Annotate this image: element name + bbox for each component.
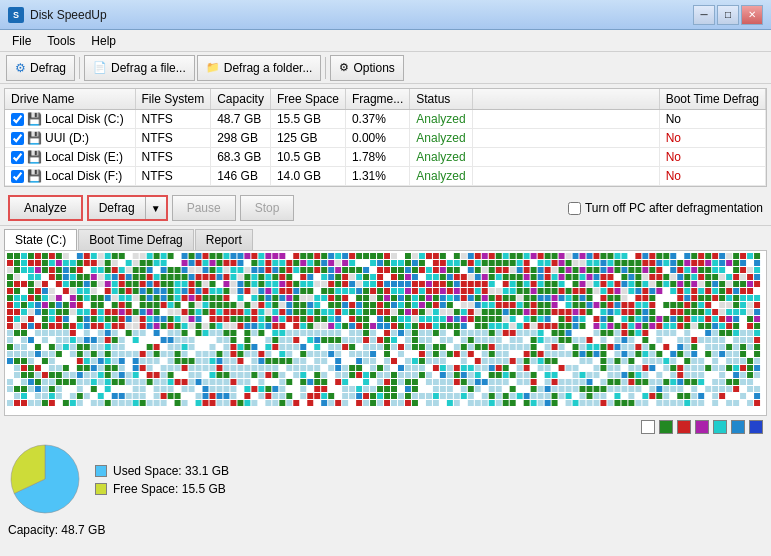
drive-checkbox-1[interactable] (11, 132, 24, 145)
drive-status-2: Analyzed (410, 148, 472, 167)
drive-fs-0: NTFS (135, 110, 211, 129)
table-row[interactable]: 💾 Local Disk (F:) NTFS 146 GB 14.0 GB 1.… (5, 167, 766, 186)
window-controls: ─ □ ✕ (693, 5, 763, 25)
toolbar-options-button[interactable]: ⚙ Options (330, 55, 403, 81)
legend-fragmented (677, 420, 691, 434)
drive-boot-1: No (659, 129, 765, 148)
disk-map (7, 253, 764, 413)
defrag-dropdown-button[interactable]: ▼ (146, 197, 166, 219)
drive-free-0: 15.5 GB (270, 110, 345, 129)
legend-free (641, 420, 655, 434)
free-color-box (95, 483, 107, 495)
drive-name-cell: 💾 UUI (D:) (5, 129, 135, 148)
stop-button[interactable]: Stop (240, 195, 295, 221)
drive-name-1: UUI (D:) (45, 131, 89, 145)
legend-not-fragmented (659, 420, 673, 434)
drive-name-cell: 💾 Local Disk (E:) (5, 148, 135, 167)
col-header-name: Drive Name (5, 89, 135, 110)
legend-compressed (713, 420, 727, 434)
toolbar-defrag-folder-button[interactable]: 📁 Defrag a folder... (197, 55, 322, 81)
app-title: Disk SpeedUp (30, 8, 107, 22)
tab-report[interactable]: Report (195, 229, 253, 250)
turn-off-label-text: Turn off PC after defragmentation (585, 201, 763, 215)
defrag-main-button[interactable]: Defrag (89, 197, 146, 219)
used-space-label: Used Space: 33.1 GB (113, 464, 229, 478)
drive-name-0: Local Disk (C:) (45, 112, 124, 126)
drive-name-cell: 💾 Local Disk (F:) (5, 167, 135, 186)
drive-capacity-0: 48.7 GB (211, 110, 271, 129)
drive-fs-2: NTFS (135, 148, 211, 167)
toolbar: ⚙ Defrag 📄 Defrag a file... 📁 Defrag a f… (0, 52, 771, 84)
pie-legend: Used Space: 33.1 GB Free Space: 15.5 GB (95, 464, 229, 496)
drive-free-2: 10.5 GB (270, 148, 345, 167)
menu-file[interactable]: File (4, 32, 39, 50)
minimize-button[interactable]: ─ (693, 5, 715, 25)
capacity-label: Capacity: 48.7 GB (8, 523, 105, 537)
pause-button[interactable]: Pause (172, 195, 236, 221)
drive-checkbox-3[interactable] (11, 170, 24, 183)
bottom-area: Used Space: 33.1 GB Free Space: 15.5 GB (0, 438, 771, 521)
col-header-free: Free Space (270, 89, 345, 110)
action-bar: Analyze Defrag ▼ Pause Stop Turn off PC … (0, 191, 771, 226)
legend-area (0, 416, 771, 438)
used-color-box (95, 465, 107, 477)
toolbar-separator-1 (79, 57, 80, 79)
drive-name-cell: 💾 Local Disk (C:) (5, 110, 135, 129)
drive-name-2: Local Disk (E:) (45, 150, 123, 164)
col-header-spacer (472, 89, 659, 110)
table-row[interactable]: 💾 UUI (D:) NTFS 298 GB 125 GB 0.00% Anal… (5, 129, 766, 148)
drive-status-3: Analyzed (410, 167, 472, 186)
drive-boot-2: No (659, 148, 765, 167)
analyze-button[interactable]: Analyze (8, 195, 83, 221)
options-icon: ⚙ (339, 61, 349, 74)
drive-checkbox-2[interactable] (11, 151, 24, 164)
legend-directory (731, 420, 745, 434)
drive-status-1: Analyzed (410, 129, 472, 148)
table-row[interactable]: 💾 Local Disk (E:) NTFS 68.3 GB 10.5 GB 1… (5, 148, 766, 167)
drive-frag-1: 0.00% (345, 129, 409, 148)
drive-table: Drive Name File System Capacity Free Spa… (5, 89, 766, 186)
title-bar: S Disk SpeedUp ─ □ ✕ (0, 0, 771, 30)
capacity-bar: Capacity: 48.7 GB (0, 521, 771, 539)
toolbar-defrag-button[interactable]: ⚙ Defrag (6, 55, 75, 81)
toolbar-separator-2 (325, 57, 326, 79)
tab-boot-time[interactable]: Boot Time Defrag (78, 229, 193, 250)
tabs-bar: State (C:) Boot Time Defrag Report (0, 226, 771, 250)
app-icon: S (8, 7, 24, 23)
drive-capacity-1: 298 GB (211, 129, 271, 148)
drive-free-3: 14.0 GB (270, 167, 345, 186)
folder-icon: 📁 (206, 61, 220, 74)
drive-checkbox-0[interactable] (11, 113, 24, 126)
table-row[interactable]: 💾 Local Disk (C:) NTFS 48.7 GB 15.5 GB 0… (5, 110, 766, 129)
defrag-split-button: Defrag ▼ (87, 195, 168, 221)
legend-unmovable (695, 420, 709, 434)
col-header-frag: Fragme... (345, 89, 409, 110)
drive-capacity-3: 146 GB (211, 167, 271, 186)
drive-fs-1: NTFS (135, 129, 211, 148)
drive-name-3: Local Disk (F:) (45, 169, 122, 183)
tab-state[interactable]: State (C:) (4, 229, 77, 250)
drive-boot-0: No (659, 110, 765, 129)
drive-frag-2: 1.78% (345, 148, 409, 167)
drive-status-0: Analyzed (410, 110, 472, 129)
drive-table-container: Drive Name File System Capacity Free Spa… (4, 88, 767, 187)
col-header-boot: Boot Time Defrag (659, 89, 765, 110)
toolbar-defrag-file-button[interactable]: 📄 Defrag a file... (84, 55, 195, 81)
col-header-fs: File System (135, 89, 211, 110)
menu-bar: File Tools Help (0, 30, 771, 52)
defrag-icon: ⚙ (15, 61, 26, 75)
disk-map-container (4, 250, 767, 416)
drive-capacity-2: 68.3 GB (211, 148, 271, 167)
drive-free-1: 125 GB (270, 129, 345, 148)
turn-off-container: Turn off PC after defragmentation (568, 201, 763, 215)
menu-tools[interactable]: Tools (39, 32, 83, 50)
free-space-label: Free Space: 15.5 GB (113, 482, 226, 496)
legend-boot (749, 420, 763, 434)
turn-off-checkbox[interactable] (568, 202, 581, 215)
menu-help[interactable]: Help (83, 32, 124, 50)
pie-chart (8, 442, 83, 517)
used-space-legend: Used Space: 33.1 GB (95, 464, 229, 478)
maximize-button[interactable]: □ (717, 5, 739, 25)
drive-frag-3: 1.31% (345, 167, 409, 186)
close-button[interactable]: ✕ (741, 5, 763, 25)
